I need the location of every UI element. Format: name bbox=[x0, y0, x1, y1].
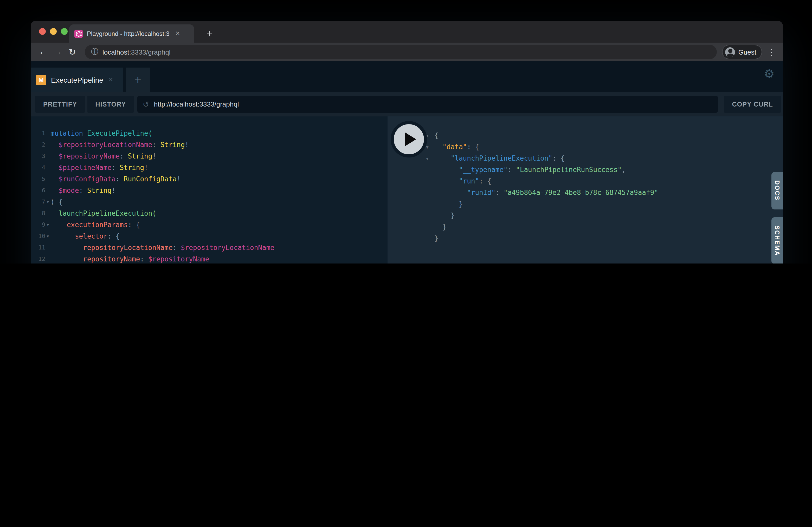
code-token: } bbox=[434, 233, 438, 244]
code-token: "runId" bbox=[467, 187, 495, 198]
reload-icon[interactable]: ↻ bbox=[65, 46, 79, 57]
new-tab-button[interactable]: + bbox=[202, 27, 217, 41]
code-token: { bbox=[434, 130, 438, 141]
fold-spacer bbox=[45, 151, 50, 162]
code-token: ! bbox=[112, 185, 116, 196]
execute-query-button[interactable] bbox=[391, 121, 427, 157]
code-token: $runConfigData bbox=[59, 174, 115, 185]
code-token: $repositoryLocationName bbox=[181, 242, 274, 254]
tab-close-icon[interactable]: ✕ bbox=[175, 31, 180, 36]
response-json: ▼{▼ "data": {▼ "launchPipelineExecution"… bbox=[426, 130, 783, 244]
code-line: 7▼) { bbox=[31, 196, 388, 208]
code-token: } bbox=[434, 210, 455, 222]
browser-tab-title: Playground - http://localhost:3 bbox=[87, 30, 173, 37]
code-line: 5 $runConfigData: RunConfigData! bbox=[31, 174, 388, 185]
code-token: String bbox=[120, 162, 144, 174]
code-token: ! bbox=[144, 162, 148, 174]
line-number: 5 bbox=[31, 174, 45, 185]
code-token: ) { bbox=[50, 196, 63, 208]
code-line: ▼{ bbox=[426, 130, 783, 141]
fullscreen-window-button[interactable] bbox=[61, 28, 68, 35]
code-line: 4 $pipelineName: String! bbox=[31, 162, 388, 174]
new-session-button[interactable]: + bbox=[126, 67, 150, 92]
code-token: : bbox=[173, 242, 181, 254]
code-token: : bbox=[115, 174, 124, 185]
code-token: $repositoryLocationName bbox=[59, 139, 152, 151]
code-token: "__typename" bbox=[459, 164, 508, 176]
fold-arrow-icon[interactable]: ▼ bbox=[45, 231, 50, 242]
query-editor[interactable]: 1mutation ExecutePipeline(2 $repositoryL… bbox=[31, 117, 388, 264]
code-token: : bbox=[508, 164, 516, 176]
line-number: 9 bbox=[31, 219, 45, 231]
query-code: 1mutation ExecutePipeline(2 $repositoryL… bbox=[31, 128, 388, 264]
code-token: : bbox=[112, 162, 120, 174]
code-token bbox=[50, 151, 59, 162]
line-number: 11 bbox=[31, 242, 45, 254]
code-line: ▼ "launchPipelineExecution": { bbox=[426, 153, 783, 164]
fold-arrow-icon[interactable]: ▼ bbox=[426, 153, 434, 164]
profile-button[interactable]: Guest bbox=[722, 45, 762, 59]
forward-icon[interactable]: → bbox=[50, 47, 65, 57]
code-token: RunConfigData bbox=[124, 174, 177, 185]
code-token: $mode bbox=[59, 185, 79, 196]
fold-spacer bbox=[426, 210, 434, 222]
play-icon bbox=[405, 133, 416, 146]
avatar-icon bbox=[725, 47, 735, 57]
mutation-badge: M bbox=[36, 75, 46, 85]
code-token: "a49b864a-79e2-4be8-b78c-687457a9aaf9" bbox=[504, 187, 658, 198]
endpoint-reload-icon[interactable]: ↺ bbox=[143, 100, 149, 109]
fold-spacer bbox=[45, 254, 50, 264]
code-token: : bbox=[152, 139, 160, 151]
code-line: "runId": "a49b864a-79e2-4be8-b78c-687457… bbox=[426, 187, 783, 198]
fold-spacer bbox=[426, 164, 434, 176]
code-token bbox=[50, 231, 75, 242]
line-number: 10 bbox=[31, 231, 45, 242]
code-token: } bbox=[434, 222, 447, 233]
url-path: :3333/graphql bbox=[129, 48, 171, 56]
back-icon[interactable]: ← bbox=[36, 47, 50, 57]
screen-background: Playground - http://localhost:3 ✕ + ← → … bbox=[0, 0, 812, 264]
browser-menu-icon[interactable]: ⋮ bbox=[765, 47, 778, 57]
fold-arrow-icon[interactable]: ▼ bbox=[426, 130, 434, 141]
session-tab-title: ExecutePipeline bbox=[51, 76, 103, 84]
close-window-button[interactable] bbox=[39, 28, 46, 35]
schema-side-tab[interactable]: SCHEMA bbox=[771, 217, 783, 264]
editor-area: 1mutation ExecutePipeline(2 $repositoryL… bbox=[31, 117, 783, 264]
code-token: : { bbox=[552, 153, 565, 164]
settings-gear-icon[interactable]: ⚙ bbox=[764, 68, 774, 80]
session-tab-executepipeline[interactable]: M ExecutePipeline ✕ bbox=[31, 67, 123, 92]
fold-arrow-icon[interactable]: ▼ bbox=[45, 219, 50, 231]
history-button[interactable]: HISTORY bbox=[87, 96, 134, 113]
fold-spacer bbox=[45, 242, 50, 254]
code-line: 3 $repositoryName: String! bbox=[31, 151, 388, 162]
code-line: ▼ "data": { bbox=[426, 141, 783, 153]
copy-curl-button[interactable]: COPY CURL bbox=[724, 96, 781, 113]
fold-spacer bbox=[45, 208, 50, 219]
code-token bbox=[50, 242, 83, 254]
fold-arrow-icon[interactable]: ▼ bbox=[45, 196, 50, 208]
code-token: : bbox=[120, 151, 128, 162]
code-token bbox=[434, 176, 459, 187]
site-info-icon[interactable]: ⓘ bbox=[91, 47, 98, 57]
response-pane: ▼{▼ "data": {▼ "launchPipelineExecution"… bbox=[388, 117, 783, 264]
code-token bbox=[434, 187, 467, 198]
code-token: String bbox=[87, 185, 112, 196]
code-token: : bbox=[495, 187, 504, 198]
prettify-button[interactable]: PRETTIFY bbox=[35, 96, 85, 113]
endpoint-url: http://localhost:3333/graphql bbox=[154, 100, 239, 108]
browser-tab[interactable]: Playground - http://localhost:3 ✕ bbox=[69, 25, 194, 43]
fold-spacer bbox=[426, 176, 434, 187]
fold-spacer bbox=[426, 233, 434, 244]
code-token: launchPipelineExecution( bbox=[59, 208, 156, 219]
endpoint-input[interactable]: ↺ http://localhost:3333/graphql bbox=[137, 96, 718, 113]
line-number: 3 bbox=[31, 151, 45, 162]
minimize-window-button[interactable] bbox=[50, 28, 57, 35]
docs-side-tab[interactable]: DOCS bbox=[771, 172, 783, 209]
address-bar[interactable]: ⓘ localhost:3333/graphql bbox=[85, 45, 717, 59]
fold-spacer bbox=[45, 185, 50, 196]
fold-spacer bbox=[426, 198, 434, 210]
code-token bbox=[50, 139, 59, 151]
code-token: $repositoryName bbox=[59, 151, 120, 162]
session-close-icon[interactable]: ✕ bbox=[108, 76, 113, 83]
fold-arrow-icon[interactable]: ▼ bbox=[426, 141, 434, 153]
